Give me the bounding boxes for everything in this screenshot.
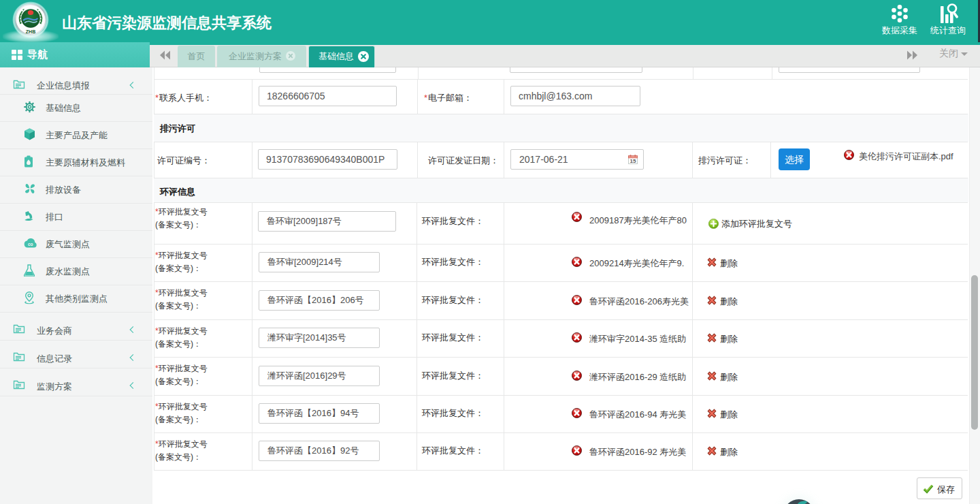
svg-text:ZHB: ZHB [26, 29, 35, 34]
svg-text:co: co [28, 242, 33, 247]
svg-text:15: 15 [630, 158, 636, 164]
